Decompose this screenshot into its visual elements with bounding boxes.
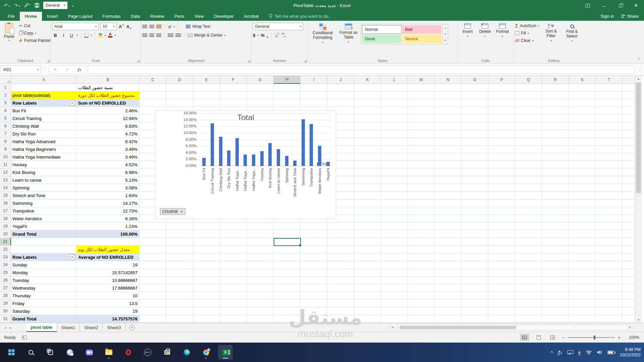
vertical-scrollbar[interactable]: ▲ ▼ <box>635 76 642 323</box>
cell-B7[interactable]: 4.72% <box>76 130 140 137</box>
chart-bar-stretch-and-tone[interactable] <box>293 161 297 166</box>
cell-A14[interactable]: Spinning <box>11 184 76 191</box>
format-painter-button[interactable]: Format Painter <box>19 37 51 44</box>
chart-bar-swimming[interactable] <box>302 119 305 166</box>
cancel-entry-button[interactable]: ✕ <box>54 67 57 72</box>
zoom-in-button[interactable]: + <box>618 335 621 340</box>
formula-input[interactable] <box>88 65 635 74</box>
column-header-Q[interactable]: Q <box>515 76 542 84</box>
row-header-22[interactable]: 22 <box>0 246 11 253</box>
ribbon-tab-pens[interactable]: Pens <box>169 12 190 21</box>
align-left-button[interactable] <box>142 34 147 37</box>
touch-keyboard-icon[interactable] <box>567 350 573 354</box>
chart-bar-learn-to-canoe[interactable] <box>277 149 280 166</box>
underline-button[interactable]: U <box>68 33 74 38</box>
selected-cell-H21[interactable] <box>274 238 301 246</box>
cell-B13[interactable]: 5.13% <box>76 176 140 184</box>
sort-filter-button[interactable]: AZ Sort & Filter▾ <box>542 22 560 45</box>
column-header-S[interactable]: S <box>569 76 596 84</box>
column-header-A[interactable]: A <box>11 76 76 84</box>
page-break-view-button[interactable] <box>548 334 557 341</box>
row-header-14[interactable]: 14 <box>0 184 11 191</box>
touch-pen-icon[interactable]: ▾ <box>24 3 31 8</box>
font-family-select[interactable]: Arial▾ <box>52 23 99 30</box>
cell-B2[interactable]: مجموع حضور الطلاب لكل دورة <box>76 92 140 99</box>
cell-A5[interactable]: Circuit Training <box>11 115 76 122</box>
zoom-slider[interactable] <box>568 337 615 338</box>
bold-button[interactable]: B <box>52 33 58 38</box>
increase-indent-button[interactable] <box>175 34 181 37</box>
share-button[interactable]: Share <box>621 14 639 19</box>
align-top-button[interactable] <box>142 25 147 28</box>
align-bottom-button[interactable] <box>156 25 161 28</box>
row-header-13[interactable]: 13 <box>0 176 11 184</box>
row-header-5[interactable]: 5 <box>0 115 11 122</box>
row-header-25[interactable]: 25 <box>0 269 11 276</box>
cell-B23[interactable]: Average of NO ENROLLED <box>76 253 140 261</box>
save-button[interactable] <box>35 3 39 8</box>
cut-button[interactable]: ✂Cut <box>19 22 51 29</box>
chart-bar-box-fit[interactable] <box>202 158 206 166</box>
cell-A7[interactable]: Dry Ski Run <box>11 130 76 137</box>
ribbon-tab-acrobat[interactable]: Acrobat <box>239 12 264 21</box>
taskbar-task-view-button[interactable] <box>43 345 58 360</box>
chart-bar-dry-ski-run[interactable] <box>227 150 230 166</box>
chart-bar-hatha-yoga-advanced[interactable] <box>235 138 239 166</box>
row-header-20[interactable]: 20 <box>0 230 11 238</box>
taskbar-opera-button[interactable] <box>121 345 136 360</box>
cell-A2[interactable]: pivot table(subtotal) <box>11 92 76 99</box>
cell-A21[interactable] <box>11 238 76 245</box>
page-layout-view-button[interactable] <box>534 334 543 341</box>
taskbar-chat-button[interactable] <box>82 345 97 360</box>
ribbon-tab-review[interactable]: Review <box>145 12 169 21</box>
sheet-tab-sheet1[interactable]: Sheet1 <box>57 323 80 332</box>
cell-B24[interactable]: 19 <box>76 261 140 268</box>
cell-A12[interactable]: Kick Boxing <box>11 169 76 176</box>
copy-button[interactable]: Copy▾ <box>19 29 51 37</box>
taskbar-dell-button[interactable]: DELL <box>140 345 155 360</box>
row-header-9[interactable]: 9 <box>0 145 11 153</box>
row-header-23[interactable]: 23 <box>0 253 11 261</box>
decrease-font-size-button[interactable]: A▼ <box>126 24 131 29</box>
autosum-button[interactable]: ΣAutoSum▾ <box>515 22 539 29</box>
expand-formula-bar-button[interactable]: ⌄ <box>639 68 641 71</box>
scroll-up-arrow[interactable]: ▲ <box>635 76 642 82</box>
row-header-31[interactable]: 31 <box>0 315 11 322</box>
minimize-button[interactable] <box>596 0 612 11</box>
borders-button[interactable] <box>84 33 89 38</box>
cell-B5[interactable]: 12.94% <box>76 115 140 122</box>
hscroll-left-arrow[interactable]: ◂ <box>392 325 393 329</box>
zoom-slider-thumb[interactable] <box>594 336 595 340</box>
row-header-4[interactable]: 4 <box>0 107 11 114</box>
column-header-T[interactable]: T <box>596 76 623 84</box>
column-header-F[interactable]: F <box>220 76 247 84</box>
redo-button[interactable]: ↷▾ <box>14 3 20 8</box>
row-header-7[interactable]: 7 <box>0 130 11 137</box>
chart-bar-trampoline[interactable] <box>310 124 313 166</box>
cell-A1[interactable] <box>11 84 76 91</box>
enter-entry-button[interactable]: ✓ <box>66 67 69 72</box>
row-header-17[interactable]: 17 <box>0 207 11 215</box>
macro-record-icon[interactable] <box>22 336 27 340</box>
cell-A30[interactable]: Saturday <box>11 307 76 315</box>
taskbar-edge-button[interactable] <box>179 345 194 360</box>
cell-A31[interactable]: Grand Total <box>11 315 76 322</box>
comma-style-button[interactable]: , <box>267 33 268 38</box>
column-header-O[interactable]: O <box>462 76 488 84</box>
row-header-30[interactable]: 30 <box>0 307 11 315</box>
find-select-button[interactable]: Find & Select▾ <box>563 22 581 45</box>
align-center-button[interactable] <box>149 34 154 37</box>
cell-A15[interactable]: Stretch and Tone <box>11 192 76 199</box>
wrap-text-button[interactable]: Wrap Text <box>186 23 210 30</box>
cell-B8[interactable]: 8.42% <box>76 138 140 145</box>
cell-A6[interactable]: Climbing Wall <box>11 122 76 130</box>
format-cells-button[interactable]: Format▾ <box>494 22 511 40</box>
sheet-tab-sheet3[interactable]: Sheet3 <box>103 323 125 332</box>
cell-A27[interactable]: Wednesday <box>11 284 76 292</box>
chart-bar-spinning[interactable] <box>285 156 288 166</box>
row-header-18[interactable]: 18 <box>0 215 11 222</box>
row-header-19[interactable]: 19 <box>0 223 11 230</box>
increase-font-size-button[interactable]: A▲ <box>119 24 124 29</box>
speaker-icon[interactable] <box>597 350 602 355</box>
cell-style-bad[interactable]: Bad <box>402 25 442 34</box>
